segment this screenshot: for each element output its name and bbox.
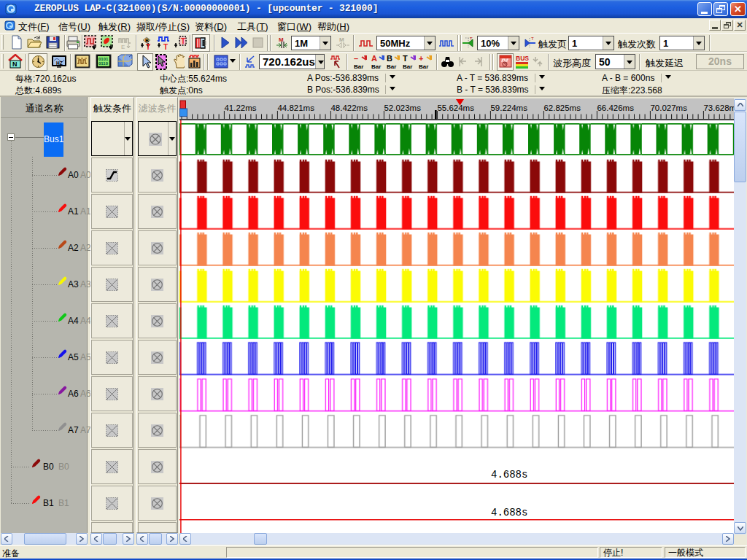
svg-text:55.624ms: 55.624ms (437, 104, 474, 112)
svg-text:T: T (146, 43, 150, 50)
svg-text:N: N (12, 61, 18, 68)
svg-text:+: + (419, 54, 423, 63)
svg-text:T: T (403, 54, 408, 63)
svg-text:70.027ms: 70.027ms (650, 104, 687, 112)
svg-text:44.821ms: 44.821ms (277, 104, 314, 112)
svg-text:0110: 0110 (98, 61, 109, 66)
svg-text:HZ: HZ (56, 61, 63, 66)
svg-text:62.825ms: 62.825ms (543, 104, 581, 112)
svg-text:M: M (339, 36, 344, 43)
svg-text:66.426ms: 66.426ms (597, 104, 634, 112)
svg-text:T: T (470, 36, 473, 41)
svg-text:E: E (121, 44, 125, 50)
svg-text:T: T (163, 43, 168, 50)
svg-text:B: B (145, 38, 149, 43)
svg-text:Bar: Bar (419, 63, 428, 70)
svg-text:B: B (387, 54, 392, 63)
svg-text:73.628ms: 73.628ms (703, 104, 734, 112)
svg-text:41.22ms: 41.22ms (224, 104, 256, 112)
svg-text:Bar: Bar (387, 63, 396, 70)
svg-text:A: A (371, 54, 377, 63)
svg-text:Bar: Bar (403, 63, 412, 70)
svg-text:4.688s: 4.688s (491, 469, 527, 481)
svg-text:BUS: BUS (516, 55, 529, 62)
svg-text:Bar: Bar (371, 63, 381, 70)
svg-text:59.224ms: 59.224ms (490, 104, 527, 112)
svg-text:Bar: Bar (354, 63, 363, 70)
svg-text:T: T (531, 36, 534, 41)
svg-text:48.422ms: 48.422ms (330, 104, 368, 112)
svg-text:–: – (354, 54, 358, 63)
svg-text:4.688s: 4.688s (491, 507, 527, 518)
svg-text:52.023ms: 52.023ms (384, 104, 421, 112)
svg-text:T: T (181, 37, 185, 45)
